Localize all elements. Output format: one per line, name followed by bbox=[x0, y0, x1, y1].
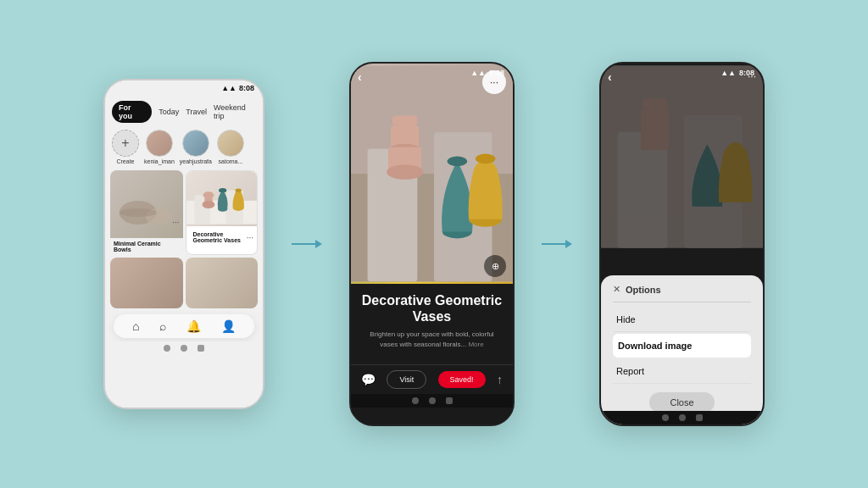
bottom-nav: ⌂ ⌕ 🔔 👤 bbox=[114, 314, 254, 338]
back-btn-sys-2[interactable] bbox=[412, 397, 419, 404]
svg-point-10 bbox=[219, 188, 226, 193]
pin-description: Brighten up your space with bold, colorf… bbox=[361, 330, 503, 348]
more-link[interactable]: More bbox=[468, 341, 483, 348]
home-btn-sys-2[interactable] bbox=[429, 397, 436, 404]
story-2[interactable]: yeahjustrafa bbox=[180, 130, 212, 164]
back-btn-sys-3[interactable] bbox=[662, 414, 669, 421]
vase-card-more[interactable]: ··· bbox=[247, 233, 253, 242]
back-btn-3[interactable]: ‹ bbox=[608, 70, 612, 84]
more-btn-3[interactable]: ··· bbox=[748, 70, 756, 82]
arrow-1 bbox=[292, 240, 322, 248]
arrow-1-wrapper bbox=[292, 17, 322, 471]
option-download[interactable]: Download image bbox=[613, 334, 751, 358]
story-create[interactable]: + Create bbox=[112, 130, 139, 164]
visit-button[interactable]: Visit bbox=[387, 370, 426, 389]
save-button[interactable]: Saved! bbox=[438, 371, 486, 388]
svg-rect-30 bbox=[641, 108, 669, 150]
pin-grid: Minimal Ceramic Bowls ··· bbox=[105, 168, 263, 311]
recents-btn-sys-3[interactable] bbox=[696, 414, 703, 421]
tab-for-you[interactable]: For you bbox=[112, 101, 152, 123]
nav-home-icon[interactable]: ⌂ bbox=[132, 319, 139, 333]
vase-card-label: Decorative Geometric Vases bbox=[190, 229, 247, 246]
story-1[interactable]: kenia_iman bbox=[144, 130, 175, 164]
close-button[interactable]: Close bbox=[649, 392, 714, 413]
svg-point-12 bbox=[235, 188, 241, 192]
svg-point-21 bbox=[387, 164, 423, 180]
lens-btn[interactable]: ⊕ bbox=[484, 255, 506, 277]
nav-search-icon[interactable]: ⌕ bbox=[159, 319, 166, 333]
tabs-1: For you Today Travel Weekend trip bbox=[105, 96, 263, 126]
arrow-line-2 bbox=[542, 243, 565, 245]
system-nav-1 bbox=[105, 341, 263, 355]
close-x-icon[interactable]: ✕ bbox=[613, 284, 620, 295]
svg-point-8 bbox=[202, 201, 214, 208]
tab-weekend[interactable]: Weekend trip bbox=[214, 103, 256, 120]
arrow-line-1 bbox=[292, 243, 315, 245]
nav-bell-icon[interactable]: 🔔 bbox=[186, 319, 201, 333]
story-avatar-3 bbox=[217, 130, 244, 157]
svg-rect-17 bbox=[392, 115, 417, 125]
status-bar-1: ▲▲ 8:08 bbox=[105, 80, 263, 96]
recents-btn-sys-2[interactable] bbox=[446, 397, 453, 404]
arrow-head-1 bbox=[315, 240, 322, 248]
pin-actions: 💬 Visit Saved! ↑ bbox=[351, 364, 513, 394]
system-nav-3 bbox=[601, 411, 763, 424]
comment-icon[interactable]: 💬 bbox=[361, 373, 376, 386]
pin-details: Decorative Geometric Vases Brighten up y… bbox=[351, 284, 513, 364]
svg-rect-29 bbox=[643, 98, 667, 108]
system-nav-2 bbox=[351, 394, 513, 408]
bowl-card-label: Minimal Ceramic Bowls bbox=[110, 238, 183, 255]
phone-2: ▲▲ 8:08 ‹ ··· ⊕ Decorative Geometric Vas… bbox=[349, 62, 515, 426]
recents-btn-1[interactable] bbox=[198, 345, 204, 352]
home-btn-sys-3[interactable] bbox=[679, 414, 686, 421]
story-avatar-1 bbox=[146, 130, 173, 157]
option-hide[interactable]: Hide bbox=[613, 308, 751, 332]
svg-point-23 bbox=[448, 156, 468, 166]
more-options-btn[interactable]: ··· bbox=[482, 70, 506, 94]
status-bar-3: ▲▲ 8:08 bbox=[601, 64, 763, 82]
nav-profile-icon[interactable]: 👤 bbox=[221, 319, 236, 333]
svg-point-25 bbox=[476, 153, 496, 164]
stories-row: + Create kenia_iman yeahjustrafa satoma.… bbox=[105, 126, 263, 168]
share-icon[interactable]: ↑ bbox=[497, 373, 503, 386]
arrow-2 bbox=[542, 240, 572, 248]
tab-today[interactable]: Today bbox=[159, 108, 179, 116]
option-report[interactable]: Report bbox=[613, 359, 751, 384]
phone-3: ▲▲ 8:08 ‹ ··· ✕ Options Hide Download im… bbox=[599, 62, 765, 426]
tab-travel[interactable]: Travel bbox=[186, 108, 207, 116]
pin-detail-image: ▲▲ 8:08 ‹ ··· ⊕ bbox=[351, 64, 513, 284]
pin-bg-image: ▲▲ 8:08 ‹ ··· bbox=[601, 64, 763, 250]
options-sheet: ✕ Options Hide Download image Report Clo… bbox=[601, 275, 763, 424]
arrow-2-wrapper bbox=[542, 17, 572, 471]
pin-card-extra[interactable] bbox=[186, 258, 259, 308]
vase-preview-image bbox=[186, 171, 258, 226]
story-3[interactable]: satoma... bbox=[217, 130, 244, 164]
pin-card-bowls[interactable]: Minimal Ceramic Bowls ··· bbox=[110, 170, 183, 255]
options-title: Options bbox=[626, 285, 661, 295]
signal-icon-3: ▲▲ bbox=[721, 69, 736, 77]
back-btn-1[interactable] bbox=[164, 345, 170, 352]
story-avatar-2 bbox=[182, 130, 209, 157]
pin-card-vases[interactable]: Decorative Geometric Vases ··· bbox=[186, 170, 259, 255]
svg-point-2 bbox=[120, 208, 157, 217]
bowl-image bbox=[110, 170, 183, 238]
pin-title: Decorative Geometric Vases bbox=[361, 292, 503, 324]
pin-card-room[interactable] bbox=[110, 258, 183, 308]
phone-1: ▲▲ 8:08 For you Today Travel Weekend tri… bbox=[103, 79, 264, 409]
room-image bbox=[110, 258, 183, 308]
screens-container: ▲▲ 8:08 For you Today Travel Weekend tri… bbox=[0, 0, 868, 488]
signal-icon: ▲▲ bbox=[221, 84, 236, 92]
arrow-head-2 bbox=[565, 240, 572, 248]
time-1: 8:08 bbox=[239, 84, 254, 92]
create-btn[interactable]: + bbox=[112, 130, 139, 157]
home-btn-1[interactable] bbox=[181, 345, 187, 352]
extra-image bbox=[186, 258, 259, 308]
bowl-card-more[interactable]: ··· bbox=[172, 218, 179, 227]
options-header: ✕ Options bbox=[613, 284, 751, 302]
back-btn-2[interactable]: ‹ bbox=[358, 70, 362, 84]
